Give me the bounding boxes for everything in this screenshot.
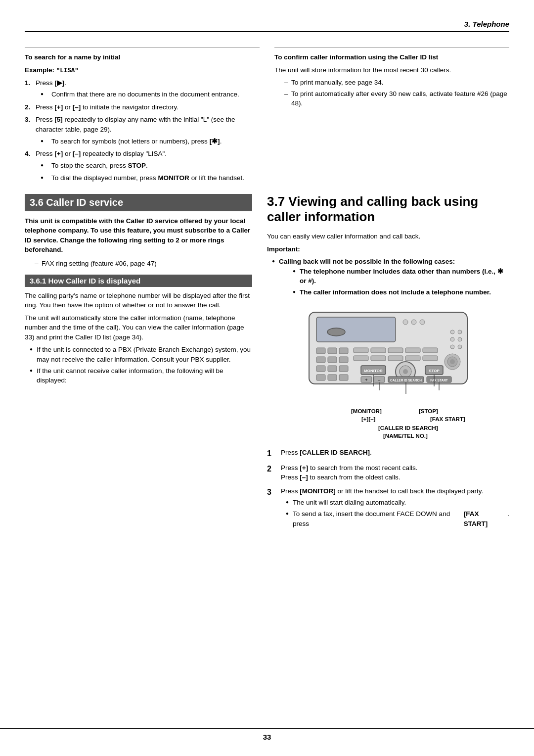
nested-cases: The telephone number includes data other… [293,267,509,297]
page: 3. Telephone To search for a name by ini… [0,0,534,756]
step-1: 1 Press [CALLER ID SEARCH]. [267,448,509,459]
svg-point-3 [411,320,416,325]
stop-label: [STOP] [419,408,438,414]
caller-id-search-label: [CALLER ID SEARCH] [378,425,438,431]
step-1-bullet: Confirm that there are no documents in t… [41,90,260,99]
confirm-caller-para: The unit will store information for the … [274,65,509,75]
name-tel-label: [NAME/TEL NO.] [383,433,428,439]
svg-text:CALLER ID SEARCH: CALLER ID SEARCH [390,378,422,382]
caller-id-dash-1: FAX ring setting (feature #06, page 47) [35,259,252,269]
svg-rect-14 [316,375,325,380]
col-right: 3.7 Viewing and calling back using calle… [267,194,509,535]
case-1: The telephone number includes data other… [293,267,509,286]
section-37-title: 3.7 Viewing and calling back using calle… [267,194,509,225]
svg-rect-17 [354,348,368,353]
important-bullets: Calling back will not be possible in the… [272,257,509,297]
fax-start-label: [FAX START] [430,416,465,422]
svg-rect-15 [328,375,337,380]
svg-rect-11 [316,366,325,372]
section-37: 3.7 Viewing and calling back using calle… [267,194,509,225]
svg-rect-16 [339,375,348,380]
step-1-content: Press [CALLER ID SEARCH]. [281,448,509,459]
svg-rect-25 [405,356,420,361]
svg-rect-20 [405,348,420,353]
step-2: 2. Press [+] or [–] to initiate the navi… [25,102,260,112]
main-two-col: 3.6 Caller ID service This unit is compa… [25,194,509,535]
step-3-bullet-1: The unit will start dialing automaticall… [286,498,509,508]
header-title: 3. Telephone [464,20,509,28]
search-steps-list: 1. Press [▶]. Confirm that there are no … [25,78,260,183]
step-2-num: 2 [267,463,276,482]
important-block: Important: Calling back will not be poss… [267,244,509,297]
confirm-caller-dashes: To print manually, see page 34. To print… [284,78,509,108]
example-label: Example: "LISA" [25,65,260,75]
section-361-bar: 3.6.1 How Caller ID is displayed [25,275,252,287]
important-bullet-1: Calling back will not be possible in the… [272,257,509,297]
section-36-bar: 3.6 Caller ID service [25,194,252,211]
svg-point-43 [458,330,462,334]
svg-rect-13 [339,366,348,372]
page-number: 33 [263,733,271,741]
svg-rect-22 [354,356,368,361]
col-left: 3.6 Caller ID service This unit is compa… [25,194,252,535]
right-top-section: To confirm caller information using the … [274,42,509,186]
svg-point-44 [450,337,454,341]
svg-rect-9 [328,357,337,363]
svg-point-47 [458,345,462,349]
step-3-bullet: To search for symbols (not letters or nu… [41,137,260,146]
caller-id-intro: This unit is compatible with the Caller … [25,216,252,255]
top-two-col: To search for a name by initial Example:… [25,42,509,186]
svg-point-2 [403,320,408,325]
svg-rect-26 [423,356,438,361]
svg-text:FAX START: FAX START [430,378,448,382]
monitor-label: [MONITOR] [351,408,382,414]
dash-2: To print automatically after every 30 ne… [284,89,509,108]
search-initial-label: To search for a name by initial [25,52,260,62]
page-footer: 33 [0,728,534,741]
confirm-caller-label: To confirm caller information using the … [274,52,509,62]
dash-1: To print manually, see page 34. [284,78,509,88]
caller-id-bullet-1: If the unit is connected to a PBX (Priva… [30,345,252,364]
left-top-section: To search for a name by initial Example:… [25,42,260,186]
section-37-intro: You can easily view caller information a… [267,232,509,241]
caller-id-para-1: The calling party's name or telephone nu… [25,291,252,310]
case-2: The caller information does not include … [293,287,509,297]
step-1: 1. Press [▶]. Confirm that there are no … [25,78,260,99]
svg-rect-5 [316,348,325,354]
caller-id-bullet-2: If the unit cannot receive caller inform… [30,366,252,385]
svg-rect-7 [339,348,348,354]
svg-rect-6 [328,348,337,354]
svg-point-29 [403,369,408,374]
svg-point-45 [458,337,462,341]
svg-rect-10 [339,357,348,363]
svg-text:MONITOR: MONITOR [364,369,383,373]
svg-rect-8 [316,357,325,363]
page-header: 3. Telephone [25,20,509,32]
svg-rect-18 [371,348,386,353]
step-4-bullet-2: To dial the displayed number, press MONI… [41,173,260,183]
svg-point-46 [450,345,454,349]
device-labels: [MONITOR] [STOP] [+][–] [CALLER ID SEARC… [304,406,472,441]
svg-rect-1 [316,317,396,342]
device-image-container: MONITOR STOP + – CALLER ID SEARCH FAX ST… [267,307,509,441]
svg-point-4 [420,320,425,325]
step-3: 3. Press [5] repeatedly to display any n… [25,115,260,146]
svg-point-42 [450,330,454,334]
step-4: 4. Press [+] or [–] repeatedly to displa… [25,149,260,183]
svg-rect-12 [328,366,337,372]
device-svg: MONITOR STOP + – CALLER ID SEARCH FAX ST… [304,307,472,406]
svg-rect-21 [423,348,438,353]
svg-point-50 [450,359,455,364]
step-3-num: 3 [267,486,276,531]
step-1-num: 1 [267,448,276,459]
caller-id-bullets: If the unit is connected to a PBX (Priva… [30,345,252,385]
svg-rect-23 [371,356,386,361]
svg-point-51 [327,328,345,336]
plus-minus-label: [+][–] [361,416,375,422]
step-4-bullet-1: To stop the search, press STOP. [41,161,260,171]
svg-text:–: – [378,378,380,382]
svg-rect-19 [388,348,403,353]
step-2-content: Press [+] to search from the most recent… [281,463,509,482]
step-2: 2 Press [+] to search from the most rece… [267,463,509,482]
svg-text:+: + [365,378,367,382]
